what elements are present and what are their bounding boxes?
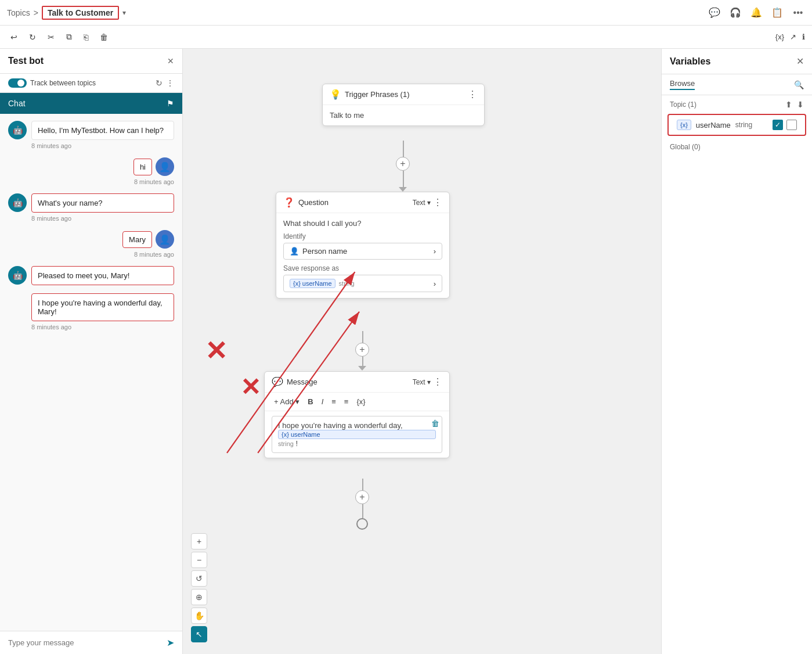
export-icon[interactable]: ⬇ — [797, 100, 804, 109]
refresh-icon[interactable]: ↻ — [156, 78, 163, 88]
plus-connector-3[interactable]: + — [355, 490, 369, 504]
end-node — [356, 518, 368, 530]
save-field[interactable]: {x} userName string › — [283, 275, 442, 292]
chat-tab[interactable]: Chat ⚑ — [0, 93, 182, 114]
var-checkbox-checked[interactable]: ✓ — [773, 120, 783, 130]
identify-value: Person name — [302, 247, 347, 256]
send-icon[interactable]: ➤ — [167, 637, 174, 648]
message-content: Pleased to meet you, Mary! — [31, 266, 174, 285]
italic-button[interactable]: I — [319, 396, 326, 407]
bold-button[interactable]: B — [305, 396, 315, 407]
chat-input[interactable] — [8, 638, 162, 647]
message-suffix: ! — [296, 439, 298, 448]
message-bubble-highlighted: I hope you're having a wonderful day, Ma… — [31, 293, 174, 321]
chat-tab-icon: ⚑ — [167, 99, 174, 108]
message-node[interactable]: 💬 Message Text ▾ ⋮ + Add ▾ B I ≡ ≡ {x} — [264, 371, 450, 458]
var-icon-badge: {x} — [677, 120, 691, 130]
question-title: Question — [298, 198, 329, 207]
message-text: I hope you're having a wonderful day, — [278, 421, 403, 430]
variables-panel: Variables ✕ Browse 🔍 Topic (1) ⬆ ⬇ {x} u… — [661, 49, 812, 654]
bullet-button[interactable]: ≡ — [342, 396, 351, 407]
bot-name: Test bot — [8, 56, 44, 66]
left-panel: Test bot ✕ Track between topics ↻ ⋮ Chat… — [0, 49, 183, 654]
message-node-header: 💬 Message Text ▾ ⋮ — [265, 372, 449, 393]
trigger-more-icon[interactable]: ⋮ — [468, 89, 477, 100]
export-button[interactable]: ↗ — [790, 33, 796, 41]
question-node[interactable]: ❓ Question Text ▾ ⋮ What should I call y… — [276, 192, 450, 299]
delete-icon[interactable]: 🗑 — [431, 419, 439, 428]
list-button[interactable]: ≡ — [329, 396, 338, 407]
message-var-badge: {x} userName — [278, 430, 436, 439]
toggle-icons: ↻ ⋮ — [156, 78, 174, 88]
select-button[interactable]: ↖ — [191, 626, 207, 642]
more-options-icon[interactable]: ⋮ — [166, 78, 174, 88]
question-type[interactable]: Text ▾ — [413, 199, 431, 207]
chat-icon[interactable]: 💬 — [708, 7, 721, 18]
zoom-in-button[interactable]: + — [191, 533, 207, 549]
reset-view-button[interactable]: ↺ — [191, 570, 207, 587]
toggle-switch[interactable] — [8, 78, 27, 88]
message-content-area[interactable]: 🗑 I hope you're having a wonderful day, … — [272, 416, 442, 453]
node-header-right-msg: Text ▾ ⋮ — [413, 376, 442, 387]
variables-button[interactable]: {x} — [775, 33, 784, 41]
toggle-label: Track between topics — [8, 78, 96, 88]
message-bubble-highlighted: What's your name? — [31, 193, 174, 213]
clipboard-icon[interactable]: 📋 — [770, 7, 784, 18]
undo-button[interactable]: ↩ — [7, 30, 21, 44]
user-bubble: Mary — [122, 231, 152, 248]
identify-field[interactable]: 👤 Person name › — [283, 243, 442, 260]
variable-row: {x} userName string ✓ — [667, 114, 806, 136]
breadcrumb-current-topic[interactable]: Talk to Customer — [42, 6, 119, 20]
main-layout: Test bot ✕ Track between topics ↻ ⋮ Chat… — [0, 49, 812, 654]
node-header-left: 💬 Message — [272, 376, 317, 387]
info-button[interactable]: ℹ — [802, 33, 805, 41]
message-var-type: string — [278, 440, 294, 447]
trigger-body: Talk to me — [323, 105, 484, 125]
trigger-node[interactable]: 💡 Trigger Phrases (1) ⋮ Talk to me — [322, 84, 485, 126]
node-header-right: Text ▾ ⋮ — [413, 197, 442, 208]
fit-view-button[interactable]: ⊕ — [191, 589, 207, 605]
variables-close-button[interactable]: ✕ — [796, 56, 804, 67]
copy-button[interactable]: ⧉ — [63, 30, 75, 44]
person-icon: 👤 — [290, 247, 299, 256]
plus-connector-1[interactable]: + — [396, 157, 410, 171]
search-icon[interactable]: 🔍 — [794, 80, 804, 89]
headset-icon[interactable]: 🎧 — [728, 7, 742, 18]
message-more-icon[interactable]: ⋮ — [433, 376, 442, 387]
cut-button[interactable]: ✂ — [44, 30, 58, 44]
list-item: I hope you're having a wonderful day, Ma… — [8, 293, 174, 330]
pan-button[interactable]: ✋ — [191, 608, 207, 624]
question-icon: ❓ — [283, 197, 295, 208]
header-icons: ✕ — [167, 56, 174, 66]
top-bar-right: 💬 🎧 🔔 📋 ••• — [708, 7, 805, 18]
import-icon[interactable]: ⬆ — [785, 100, 792, 109]
bell-icon[interactable]: 🔔 — [749, 7, 763, 18]
top-bar: Topics > Talk to Customer ▾ 💬 🎧 🔔 📋 ••• — [0, 0, 812, 26]
redo-button[interactable]: ↻ — [26, 30, 39, 44]
question-node-header: ❓ Question Text ▾ ⋮ — [276, 192, 449, 213]
canvas-content: ✕ ✕ 💡 Trigger Phrases (1) ⋮ Talk to me — [183, 49, 661, 654]
more-icon[interactable]: ••• — [791, 8, 805, 18]
tab-browse[interactable]: Browse — [670, 79, 695, 90]
node-header-left: 💡 Trigger Phrases (1) — [330, 89, 410, 100]
trigger-content: Talk to me — [330, 111, 364, 120]
paste-button[interactable]: ⎗ — [80, 30, 92, 44]
center-canvas[interactable]: ✕ ✕ 💡 Trigger Phrases (1) ⋮ Talk to me — [183, 49, 661, 654]
message-content: Hello, I'm MyTestbot. How can I help? 8 … — [31, 121, 174, 149]
breadcrumb-topics-link[interactable]: Topics — [7, 8, 30, 17]
user-message-time: 8 minutes ago — [134, 178, 174, 185]
var-checkbox-empty[interactable] — [786, 120, 797, 130]
zoom-out-button[interactable]: − — [191, 552, 207, 568]
variable-button[interactable]: {x} — [354, 396, 367, 407]
close-icon[interactable]: ✕ — [167, 56, 174, 66]
add-button[interactable]: + Add ▾ — [272, 396, 302, 407]
question-more-icon[interactable]: ⋮ — [433, 197, 442, 208]
chevron-down-icon[interactable]: ▾ — [122, 9, 126, 17]
delete-button[interactable]: 🗑 — [96, 30, 111, 44]
chat-input-row: ➤ — [0, 631, 182, 654]
message-type[interactable]: Text ▾ — [413, 378, 431, 386]
toolbar-right: {x} ↗ ℹ — [775, 33, 805, 41]
connector-line-6 — [362, 504, 363, 518]
plus-connector-2[interactable]: + — [355, 343, 369, 357]
trigger-title: Trigger Phrases (1) — [345, 90, 410, 99]
